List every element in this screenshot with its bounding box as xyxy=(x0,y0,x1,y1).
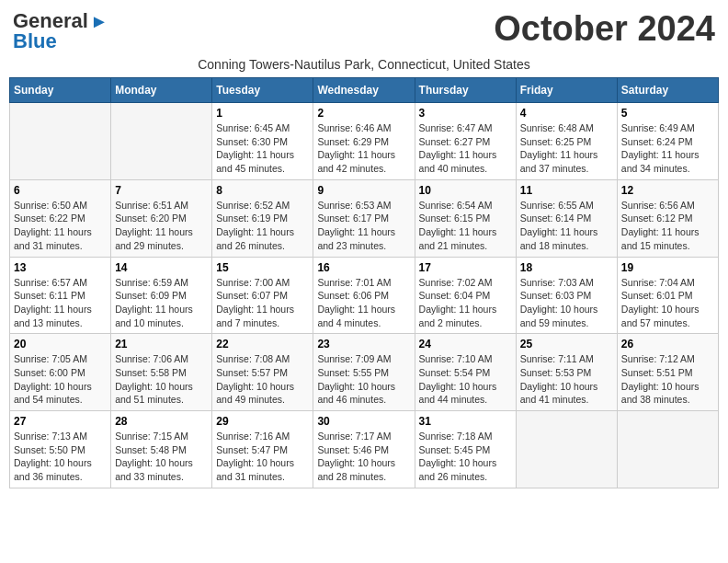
calendar-day-cell: 5Sunrise: 6:49 AM Sunset: 6:24 PM Daylig… xyxy=(617,103,718,180)
calendar-day-cell: 23Sunrise: 7:09 AM Sunset: 5:55 PM Dayli… xyxy=(313,334,415,411)
day-number: 3 xyxy=(419,107,512,120)
day-number: 25 xyxy=(520,338,613,350)
day-number: 11 xyxy=(520,184,613,197)
day-number: 14 xyxy=(115,261,208,274)
day-number: 24 xyxy=(419,338,512,350)
col-header-monday: Monday xyxy=(111,78,212,103)
col-header-thursday: Thursday xyxy=(415,78,516,103)
day-number: 17 xyxy=(419,261,512,274)
day-detail: Sunrise: 6:47 AM Sunset: 6:27 PM Dayligh… xyxy=(419,121,512,176)
calendar-subtitle: Conning Towers-Nautilus Park, Connecticu… xyxy=(9,57,719,72)
calendar-week-row: 13Sunrise: 6:57 AM Sunset: 6:11 PM Dayli… xyxy=(10,257,719,334)
day-number: 16 xyxy=(317,261,410,274)
day-detail: Sunrise: 6:55 AM Sunset: 6:14 PM Dayligh… xyxy=(520,199,613,253)
day-detail: Sunrise: 7:13 AM Sunset: 5:50 PM Dayligh… xyxy=(14,430,107,484)
day-number: 15 xyxy=(216,261,309,274)
col-header-friday: Friday xyxy=(516,78,617,103)
day-number: 20 xyxy=(14,338,107,350)
day-number: 18 xyxy=(520,261,613,274)
day-number: 1 xyxy=(216,107,309,120)
day-number: 21 xyxy=(115,338,208,350)
logo: General ► Blue xyxy=(13,9,108,53)
calendar-day-cell xyxy=(617,411,718,488)
day-number: 27 xyxy=(14,415,107,428)
calendar-day-cell: 13Sunrise: 6:57 AM Sunset: 6:11 PM Dayli… xyxy=(10,257,111,334)
calendar-day-cell: 26Sunrise: 7:12 AM Sunset: 5:51 PM Dayli… xyxy=(617,334,718,411)
day-number: 19 xyxy=(621,261,714,274)
calendar-day-cell: 27Sunrise: 7:13 AM Sunset: 5:50 PM Dayli… xyxy=(10,411,111,488)
day-number: 23 xyxy=(317,338,410,350)
calendar-week-row: 1Sunrise: 6:45 AM Sunset: 6:30 PM Daylig… xyxy=(10,103,719,180)
calendar-day-cell: 2Sunrise: 6:46 AM Sunset: 6:29 PM Daylig… xyxy=(313,103,415,180)
calendar-day-cell xyxy=(516,411,617,488)
day-number: 22 xyxy=(216,338,309,350)
day-detail: Sunrise: 7:03 AM Sunset: 6:03 PM Dayligh… xyxy=(520,276,613,330)
calendar-header-row: SundayMondayTuesdayWednesdayThursdayFrid… xyxy=(10,78,719,103)
month-title: October 2024 xyxy=(494,9,715,49)
day-detail: Sunrise: 7:15 AM Sunset: 5:48 PM Dayligh… xyxy=(115,430,208,484)
day-detail: Sunrise: 7:06 AM Sunset: 5:58 PM Dayligh… xyxy=(115,352,208,407)
calendar-day-cell: 20Sunrise: 7:05 AM Sunset: 6:00 PM Dayli… xyxy=(10,334,111,411)
calendar-day-cell: 12Sunrise: 6:56 AM Sunset: 6:12 PM Dayli… xyxy=(617,179,718,257)
calendar-day-cell: 4Sunrise: 6:48 AM Sunset: 6:25 PM Daylig… xyxy=(516,103,617,180)
day-detail: Sunrise: 7:10 AM Sunset: 5:54 PM Dayligh… xyxy=(419,352,512,407)
day-number: 2 xyxy=(317,107,410,120)
calendar-week-row: 6Sunrise: 6:50 AM Sunset: 6:22 PM Daylig… xyxy=(10,179,719,257)
day-detail: Sunrise: 6:57 AM Sunset: 6:11 PM Dayligh… xyxy=(14,276,107,330)
calendar-day-cell: 19Sunrise: 7:04 AM Sunset: 6:01 PM Dayli… xyxy=(617,257,718,334)
day-number: 9 xyxy=(317,184,410,197)
day-detail: Sunrise: 6:46 AM Sunset: 6:29 PM Dayligh… xyxy=(317,121,410,176)
calendar-day-cell: 22Sunrise: 7:08 AM Sunset: 5:57 PM Dayli… xyxy=(212,334,313,411)
day-number: 30 xyxy=(317,415,410,428)
day-detail: Sunrise: 7:01 AM Sunset: 6:06 PM Dayligh… xyxy=(317,276,410,330)
calendar-day-cell: 28Sunrise: 7:15 AM Sunset: 5:48 PM Dayli… xyxy=(111,411,212,488)
day-detail: Sunrise: 7:11 AM Sunset: 5:53 PM Dayligh… xyxy=(520,352,613,407)
calendar-day-cell: 14Sunrise: 6:59 AM Sunset: 6:09 PM Dayli… xyxy=(111,257,212,334)
day-detail: Sunrise: 7:16 AM Sunset: 5:47 PM Dayligh… xyxy=(216,430,309,484)
col-header-wednesday: Wednesday xyxy=(313,78,415,103)
day-detail: Sunrise: 6:45 AM Sunset: 6:30 PM Dayligh… xyxy=(216,121,309,176)
day-detail: Sunrise: 7:05 AM Sunset: 6:00 PM Dayligh… xyxy=(14,352,107,407)
day-number: 26 xyxy=(621,338,714,350)
day-number: 29 xyxy=(216,415,309,428)
day-number: 8 xyxy=(216,184,309,197)
calendar-day-cell xyxy=(111,103,212,180)
calendar-week-row: 27Sunrise: 7:13 AM Sunset: 5:50 PM Dayli… xyxy=(10,411,719,488)
day-detail: Sunrise: 7:12 AM Sunset: 5:51 PM Dayligh… xyxy=(621,352,714,407)
calendar-day-cell: 9Sunrise: 6:53 AM Sunset: 6:17 PM Daylig… xyxy=(313,179,415,257)
day-number: 4 xyxy=(520,107,613,120)
day-detail: Sunrise: 6:59 AM Sunset: 6:09 PM Dayligh… xyxy=(115,276,208,330)
day-number: 10 xyxy=(419,184,512,197)
day-number: 7 xyxy=(115,184,208,197)
calendar-day-cell: 25Sunrise: 7:11 AM Sunset: 5:53 PM Dayli… xyxy=(516,334,617,411)
col-header-saturday: Saturday xyxy=(617,78,718,103)
day-detail: Sunrise: 6:51 AM Sunset: 6:20 PM Dayligh… xyxy=(115,199,208,253)
day-number: 6 xyxy=(14,184,107,197)
day-detail: Sunrise: 7:04 AM Sunset: 6:01 PM Dayligh… xyxy=(621,276,714,330)
logo-bird-icon: ► xyxy=(90,11,108,32)
day-number: 5 xyxy=(621,107,714,120)
col-header-sunday: Sunday xyxy=(10,78,111,103)
calendar-day-cell: 24Sunrise: 7:10 AM Sunset: 5:54 PM Dayli… xyxy=(415,334,516,411)
col-header-tuesday: Tuesday xyxy=(212,78,313,103)
day-detail: Sunrise: 7:00 AM Sunset: 6:07 PM Dayligh… xyxy=(216,276,309,330)
day-number: 28 xyxy=(115,415,208,428)
day-detail: Sunrise: 6:50 AM Sunset: 6:22 PM Dayligh… xyxy=(14,199,107,253)
day-detail: Sunrise: 6:52 AM Sunset: 6:19 PM Dayligh… xyxy=(216,199,309,253)
day-detail: Sunrise: 7:09 AM Sunset: 5:55 PM Dayligh… xyxy=(317,352,410,407)
day-detail: Sunrise: 7:08 AM Sunset: 5:57 PM Dayligh… xyxy=(216,352,309,407)
day-detail: Sunrise: 7:17 AM Sunset: 5:46 PM Dayligh… xyxy=(317,430,410,484)
calendar-day-cell xyxy=(10,103,111,180)
page-header: General ► Blue October 2024 xyxy=(9,9,719,53)
calendar-day-cell: 17Sunrise: 7:02 AM Sunset: 6:04 PM Dayli… xyxy=(415,257,516,334)
calendar-day-cell: 21Sunrise: 7:06 AM Sunset: 5:58 PM Dayli… xyxy=(111,334,212,411)
calendar-day-cell: 15Sunrise: 7:00 AM Sunset: 6:07 PM Dayli… xyxy=(212,257,313,334)
day-detail: Sunrise: 6:53 AM Sunset: 6:17 PM Dayligh… xyxy=(317,199,410,253)
calendar-week-row: 20Sunrise: 7:05 AM Sunset: 6:00 PM Dayli… xyxy=(10,334,719,411)
day-detail: Sunrise: 6:56 AM Sunset: 6:12 PM Dayligh… xyxy=(621,199,714,253)
calendar-day-cell: 30Sunrise: 7:17 AM Sunset: 5:46 PM Dayli… xyxy=(313,411,415,488)
calendar-day-cell: 7Sunrise: 6:51 AM Sunset: 6:20 PM Daylig… xyxy=(111,179,212,257)
calendar-day-cell: 11Sunrise: 6:55 AM Sunset: 6:14 PM Dayli… xyxy=(516,179,617,257)
day-number: 31 xyxy=(419,415,512,428)
calendar-day-cell: 29Sunrise: 7:16 AM Sunset: 5:47 PM Dayli… xyxy=(212,411,313,488)
